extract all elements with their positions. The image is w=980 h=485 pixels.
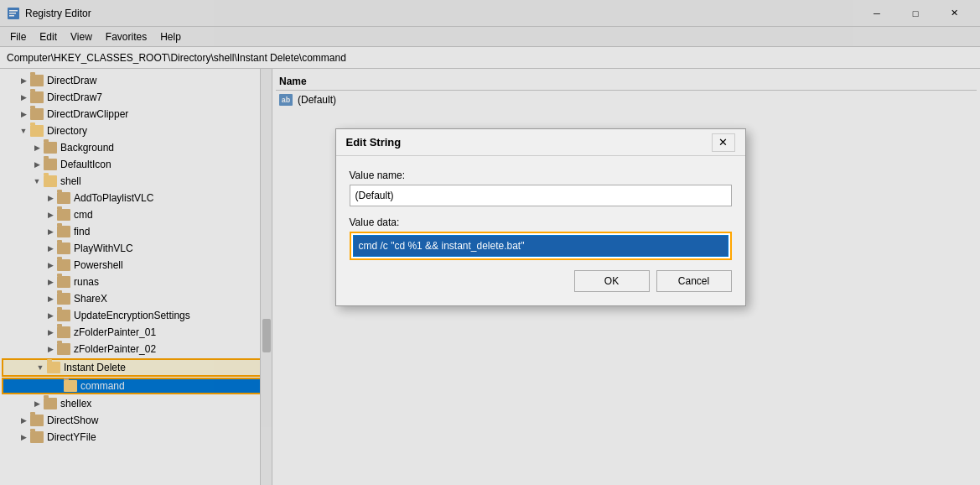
modal-title: Edit String xyxy=(346,136,712,149)
value-data-input[interactable] xyxy=(353,235,729,257)
modal-title-bar: Edit String ✕ xyxy=(336,129,745,156)
value-name-label: Value name: xyxy=(350,169,732,181)
value-name-input[interactable] xyxy=(350,185,732,206)
modal-body: Value name: Value data: OK Cancel xyxy=(336,156,745,305)
modal-overlay: Edit String ✕ Value name: Value data: OK… xyxy=(0,0,980,485)
modal-close-button[interactable]: ✕ xyxy=(712,133,735,152)
ok-button[interactable]: OK xyxy=(574,270,650,292)
value-data-label: Value data: xyxy=(350,216,732,228)
edit-string-dialog: Edit String ✕ Value name: Value data: OK… xyxy=(335,128,746,306)
modal-buttons: OK Cancel xyxy=(350,270,732,292)
cancel-button[interactable]: Cancel xyxy=(656,270,732,292)
